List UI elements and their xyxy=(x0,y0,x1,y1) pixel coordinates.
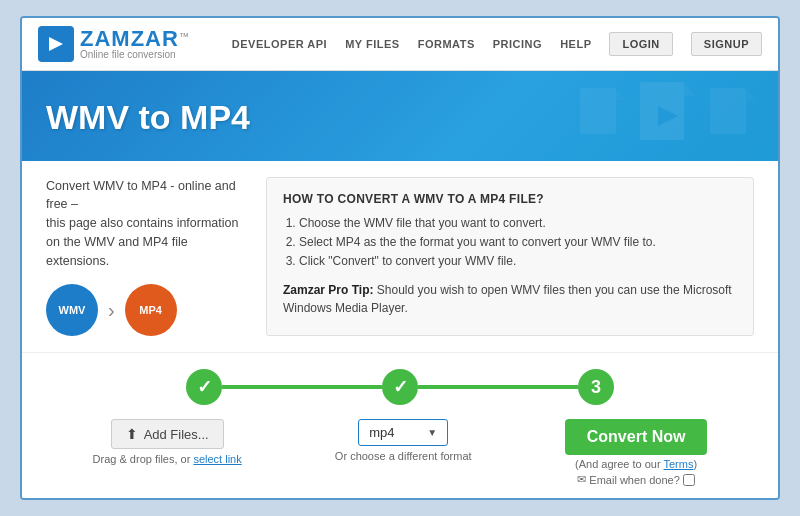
content-area: Convert WMV to MP4 - online and free – t… xyxy=(22,161,778,353)
terms-link[interactable]: Terms xyxy=(664,458,694,470)
format-sub-text: Or choose a different format xyxy=(335,450,472,462)
nav-formats[interactable]: FORMATS xyxy=(418,38,475,50)
intro-text: Convert WMV to MP4 - online and free – t… xyxy=(46,177,246,271)
header: ZAMZAR™ Online file conversion DEVELOPER… xyxy=(22,18,778,71)
step-2-check-icon: ✓ xyxy=(393,376,408,398)
email-label: Email when done? xyxy=(589,474,680,486)
drag-drop-text: Drag & drop files, or xyxy=(93,453,194,465)
step-2-circle: ✓ xyxy=(382,369,418,405)
logo-subtitle: Online file conversion xyxy=(80,50,189,60)
how-step-2: Select MP4 as the the format you want to… xyxy=(299,233,737,252)
nav-help[interactable]: HELP xyxy=(560,38,591,50)
login-button[interactable]: LOGIN xyxy=(609,32,672,56)
hero-banner: WMV to MP4 xyxy=(22,71,778,161)
step-2-action: mp4 ▼ Or choose a different format xyxy=(335,419,472,462)
logo-icon xyxy=(38,26,74,62)
svg-rect-1 xyxy=(580,88,616,134)
logo-area: ZAMZAR™ Online file conversion xyxy=(38,26,189,62)
pro-tip: Zamzar Pro Tip: Should you wish to open … xyxy=(283,281,737,317)
svg-marker-0 xyxy=(49,37,63,51)
step-3-action: Convert Now (And agree to our Terms) ✉ E… xyxy=(565,419,708,486)
email-checkbox[interactable] xyxy=(683,474,695,486)
how-step-3: Click "Convert" to convert your WMV file… xyxy=(299,252,737,271)
step-bar: ✓ ✓ 3 ⬆ Add Files... Drag & drop files, … xyxy=(22,352,778,498)
logo-name: ZAMZAR xyxy=(80,26,179,51)
select-link[interactable]: select link xyxy=(193,453,241,465)
mp4-icon: MP4 xyxy=(125,284,177,336)
step-3-number: 3 xyxy=(591,377,601,398)
step-3-circle: 3 xyxy=(578,369,614,405)
hero-decorations xyxy=(324,71,778,161)
step-line-2 xyxy=(418,385,578,389)
how-step-1: Choose the WMV file that you want to con… xyxy=(299,214,737,233)
arrow-icon: › xyxy=(108,299,115,322)
svg-marker-7 xyxy=(744,88,756,100)
svg-marker-2 xyxy=(614,88,626,100)
email-when-done: ✉ Email when done? xyxy=(577,473,695,486)
hero-title: WMV to MP4 xyxy=(46,98,250,137)
how-to-title: HOW TO CONVERT A WMV TO A MP4 FILE? xyxy=(283,192,737,206)
logo-text: ZAMZAR™ Online file conversion xyxy=(80,28,189,60)
how-to-list: Choose the WMV file that you want to con… xyxy=(283,214,737,272)
main-container: ZAMZAR™ Online file conversion DEVELOPER… xyxy=(20,16,780,501)
format-value: mp4 xyxy=(369,425,394,440)
add-files-button[interactable]: ⬆ Add Files... xyxy=(111,419,224,449)
add-files-label: Add Files... xyxy=(144,427,209,442)
svg-rect-6 xyxy=(710,88,746,134)
upload-icon: ⬆ xyxy=(126,426,138,442)
step-1-check-icon: ✓ xyxy=(197,376,212,398)
signup-button[interactable]: SIGNUP xyxy=(691,32,762,56)
svg-marker-4 xyxy=(682,82,696,96)
step-line-1 xyxy=(222,385,382,389)
steps-track: ✓ ✓ 3 xyxy=(46,369,754,405)
step-1-subtext: Drag & drop files, or select link xyxy=(93,453,242,465)
format-icons: WMV › MP4 xyxy=(46,284,246,336)
nav-my-files[interactable]: MY FILES xyxy=(345,38,400,50)
wmv-icon: WMV xyxy=(46,284,98,336)
step-1-action: ⬆ Add Files... Drag & drop files, or sel… xyxy=(93,419,242,465)
logo-tm: ™ xyxy=(179,30,189,41)
pro-tip-label: Zamzar Pro Tip: xyxy=(283,283,373,297)
agree-text: (And agree to our Terms) xyxy=(575,458,697,470)
convert-now-button[interactable]: Convert Now xyxy=(565,419,708,455)
agree-after: ) xyxy=(693,458,697,470)
nav-developer-api[interactable]: DEVELOPER API xyxy=(232,38,327,50)
chevron-down-icon: ▼ xyxy=(427,427,437,438)
nav-pricing[interactable]: PRICING xyxy=(493,38,542,50)
left-column: Convert WMV to MP4 - online and free – t… xyxy=(46,177,266,337)
steps-actions: ⬆ Add Files... Drag & drop files, or sel… xyxy=(46,419,754,486)
email-icon: ✉ xyxy=(577,473,586,486)
how-to-panel: HOW TO CONVERT A WMV TO A MP4 FILE? Choo… xyxy=(266,177,754,337)
agree-before: (And agree to our xyxy=(575,458,663,470)
navigation: DEVELOPER API MY FILES FORMATS PRICING H… xyxy=(232,32,762,56)
step-1-circle: ✓ xyxy=(186,369,222,405)
format-dropdown[interactable]: mp4 ▼ xyxy=(358,419,448,446)
